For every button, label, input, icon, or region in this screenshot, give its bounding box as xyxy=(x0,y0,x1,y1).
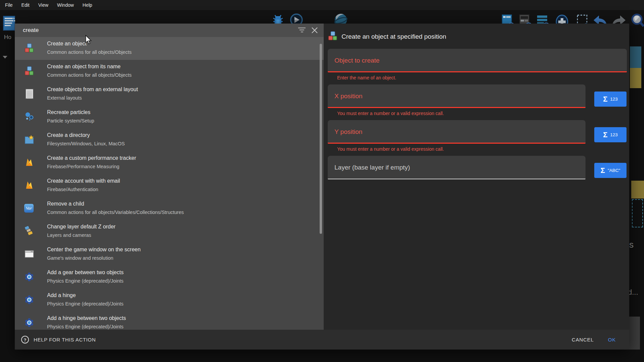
action-header: Create an object at specified position xyxy=(324,24,629,42)
expression-type-label: 123 xyxy=(610,132,618,137)
action-list-item[interactable]: Recreate particlesParticle system/Setup xyxy=(15,106,324,129)
action-list-item[interactable]: Create an objectCommon actions for all o… xyxy=(15,37,324,60)
action-item-subtitle: Layers and cameras xyxy=(47,232,91,238)
x-position-label: X position xyxy=(334,93,362,100)
ok-button[interactable]: OK xyxy=(608,337,616,342)
background-selection-outline xyxy=(632,199,643,227)
directory-icon xyxy=(24,135,34,145)
action-item-title: Add a hinge xyxy=(47,292,76,298)
action-item-title: Center the game window on the screen xyxy=(47,247,140,253)
cubes-icon xyxy=(24,66,34,76)
clear-search-icon[interactable] xyxy=(311,27,318,34)
expression-type-label: 123 xyxy=(610,97,618,102)
cubes-icon xyxy=(24,43,34,53)
action-item-title: Add a hinge between two objects xyxy=(47,315,126,321)
physics-icon xyxy=(24,272,34,282)
z-order-icon xyxy=(24,226,34,236)
mouse-cursor xyxy=(85,35,92,45)
y-position-helper-text: You must enter a number or a valid expre… xyxy=(337,146,629,152)
object-to-create-field[interactable]: Object to create xyxy=(328,49,627,72)
object-to-create-label: Object to create xyxy=(334,57,379,64)
menu-item-edit[interactable]: Edit xyxy=(18,1,33,9)
filter-icon[interactable] xyxy=(297,28,306,33)
x-position-field[interactable]: X position xyxy=(328,84,586,108)
menu-item-view[interactable]: View xyxy=(35,1,52,9)
action-list-item[interactable]: Create objects from an external layoutEx… xyxy=(15,83,324,106)
layer-field[interactable]: Layer (base layer if empty) xyxy=(328,156,586,179)
action-list-item[interactable]: Add a gear between two objectsPhysics En… xyxy=(15,266,324,289)
expression-type-label: "ABC" xyxy=(608,168,620,173)
action-item-title: Create an object from its name xyxy=(47,64,121,70)
action-list-item[interactable]: Create a custom performance trackerFireb… xyxy=(15,151,324,174)
action-list-item[interactable]: Create a directoryFilesystem/Windows, Li… xyxy=(15,129,324,151)
action-item-subtitle: Physics Engine (deprecated)/Joints xyxy=(47,278,123,284)
dialog-footer: ? HELP FOR THIS ACTION CANCEL OK xyxy=(15,330,629,350)
variable-icon: Var xyxy=(24,204,34,213)
help-icon: ? xyxy=(21,335,29,344)
action-list-item[interactable]: Add a hinge between two objectsPhysics E… xyxy=(15,312,324,330)
action-item-subtitle: Firebase/Authentication xyxy=(47,187,98,192)
firebase-icon xyxy=(24,157,34,168)
x-position-helper-text: You must enter a number or a valid expre… xyxy=(337,111,629,116)
sigma-icon: Σ xyxy=(603,95,607,104)
action-item-title: Create objects from an external layout xyxy=(47,86,138,93)
y-position-label: Y position xyxy=(334,128,362,136)
menu-bar: FileEditViewWindowHelp xyxy=(0,0,644,10)
search-bar xyxy=(15,24,324,37)
action-item-subtitle: Common actions for all objects/Objects xyxy=(47,49,131,55)
action-search-panel: Create an objectCommon actions for all o… xyxy=(15,24,324,330)
action-item-title: Add a gear between two objects xyxy=(47,269,124,276)
action-results-list: Create an objectCommon actions for all o… xyxy=(15,37,324,330)
action-item-title: Remove a child xyxy=(47,201,84,207)
help-label: HELP FOR THIS ACTION xyxy=(34,337,96,342)
action-item-title: Create a directory xyxy=(47,132,90,138)
help-for-action-button[interactable]: ? HELP FOR THIS ACTION xyxy=(21,335,96,344)
action-item-subtitle: Game's window and resolution xyxy=(47,255,113,261)
action-title: Create an object at specified position xyxy=(341,33,446,40)
action-item-title: Change layer default Z order xyxy=(47,224,116,230)
action-item-subtitle: External layouts xyxy=(47,95,82,101)
background-event-block xyxy=(630,68,641,88)
project-manager-icon[interactable] xyxy=(3,15,16,31)
action-item-subtitle: Physics Engine (deprecated)/Joints xyxy=(47,301,123,306)
action-item-subtitle: Common actions for all objects/Variables… xyxy=(47,210,184,215)
cubes-icon xyxy=(328,31,338,41)
background-event-block xyxy=(630,46,641,68)
external-layout-icon xyxy=(24,89,34,99)
background-event-block xyxy=(631,181,644,198)
sigma-icon: Σ xyxy=(601,166,605,175)
dropdown-arrow-icon[interactable] xyxy=(3,56,7,59)
action-item-subtitle: Filesystem/Windows, Linux, MacOS xyxy=(47,141,125,146)
instruction-editor-dialog: Create an objectCommon actions for all o… xyxy=(15,24,629,350)
home-tab[interactable]: Ho xyxy=(4,34,15,41)
menu-item-window[interactable]: Window xyxy=(53,1,78,9)
window-icon xyxy=(24,249,34,259)
gdevelop-window: FileEditViewWindowHelp xyxy=(0,0,644,362)
action-item-subtitle: Particle system/Setup xyxy=(47,118,94,123)
action-list-item[interactable]: VarRemove a childCommon actions for all … xyxy=(15,197,324,220)
list-scrollbar[interactable] xyxy=(320,44,322,234)
action-item-title: Create a custom performance tracker xyxy=(47,155,136,161)
action-item-subtitle: Physics Engine (deprecated)/Joints xyxy=(47,324,123,329)
cancel-button[interactable]: CANCEL xyxy=(572,337,594,342)
action-list-item[interactable]: Center the game window on the screenGame… xyxy=(15,243,324,266)
y-position-expression-builder-button[interactable]: Σ123 xyxy=(594,127,627,142)
background-text-fragment: s xyxy=(629,240,634,250)
y-position-field[interactable]: Y position xyxy=(328,120,586,144)
action-list-item[interactable]: Create account with with emailFirebase/A… xyxy=(15,174,324,197)
menu-item-file[interactable]: File xyxy=(1,1,16,9)
action-parameters-panel: Create an object at specified position O… xyxy=(324,24,629,330)
action-item-title: Create an object xyxy=(47,41,86,47)
physics-icon xyxy=(24,318,34,328)
object-to-create-helper-text: Enter the name of an object. xyxy=(337,75,629,80)
layer-expression-builder-button[interactable]: Σ"ABC" xyxy=(594,163,627,178)
search-input[interactable] xyxy=(23,24,278,37)
action-list-item[interactable]: Change layer default Z orderLayers and c… xyxy=(15,220,324,243)
layer-label: Layer (base layer if empty) xyxy=(334,164,410,171)
menu-item-help[interactable]: Help xyxy=(79,1,96,9)
search-events-icon[interactable] xyxy=(631,13,644,30)
action-item-subtitle: Firebase/Performance Measuring xyxy=(47,164,119,169)
x-position-expression-builder-button[interactable]: Σ123 xyxy=(594,92,627,107)
action-list-item[interactable]: Create an object from its nameCommon act… xyxy=(15,60,324,83)
action-list-item[interactable]: Add a hingePhysics Engine (deprecated)/J… xyxy=(15,289,324,312)
